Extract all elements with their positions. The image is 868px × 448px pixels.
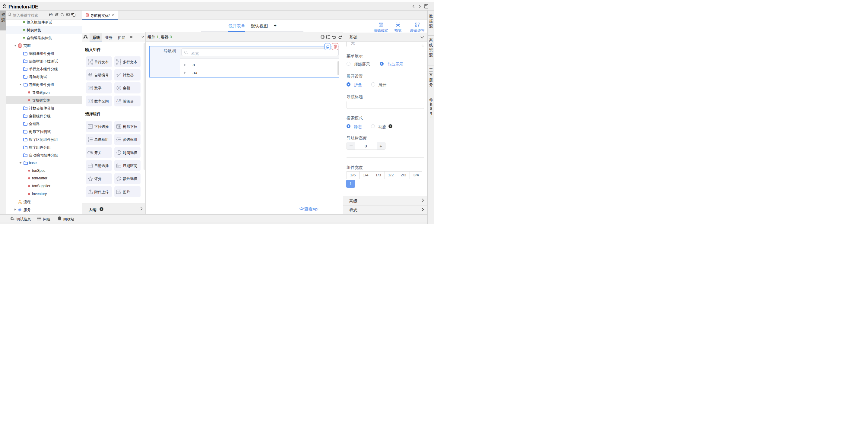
svg-text:AI: AI [50, 14, 52, 15]
svg-text:A: A [116, 99, 119, 103]
svg-text:123: 123 [88, 87, 92, 89]
svg-text:A: A [117, 60, 119, 63]
svg-text:1~3: 1~3 [88, 100, 92, 102]
svg-text:A: A [89, 60, 91, 64]
svg-text:文: 文 [73, 14, 74, 16]
svg-text:¥: ¥ [118, 87, 119, 90]
